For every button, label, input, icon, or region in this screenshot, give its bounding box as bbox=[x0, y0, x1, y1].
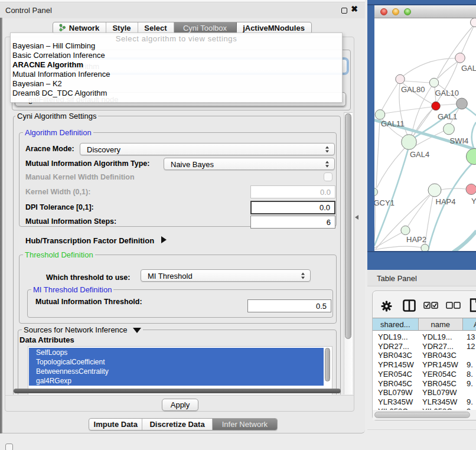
split-columns-icon[interactable] bbox=[403, 299, 416, 312]
table-row[interactable]: YDL19...YDL19...13 bbox=[373, 332, 476, 341]
zoom-traffic-light-icon[interactable] bbox=[404, 8, 412, 16]
status-bar-icon[interactable] bbox=[5, 444, 13, 450]
network-edge[interactable] bbox=[377, 148, 405, 188]
table-row[interactable]: YBL079WYBL079W bbox=[373, 387, 476, 397]
network-edge[interactable] bbox=[407, 195, 430, 227]
dpi-tolerance-input[interactable]: 0.0 bbox=[250, 201, 335, 214]
table-panel-titlebar[interactable]: Table Panel bbox=[367, 270, 476, 286]
network-node-ybr019c[interactable] bbox=[466, 184, 476, 195]
cell-name: YDL19... bbox=[422, 332, 452, 341]
network-node-gal4[interactable] bbox=[402, 135, 417, 150]
network-node-gal80[interactable] bbox=[396, 74, 405, 83]
tab-cyni-toolbox-label: Cyni Toolbox bbox=[183, 24, 227, 32]
settings-scrollpane: Cyni Algorithm Settings Algorithm Defini… bbox=[9, 112, 344, 394]
attribute-list-item[interactable]: TopologicalCoefficient bbox=[29, 357, 324, 367]
network-edge[interactable] bbox=[438, 61, 459, 79]
network-edge[interactable] bbox=[440, 104, 457, 105]
tab-network-label: Network bbox=[69, 24, 99, 32]
tab-discretize-data-label: Discretize Data bbox=[149, 420, 204, 429]
control-panel-titlebar[interactable]: Control Panel bbox=[0, 3, 365, 18]
network-node-gal1[interactable] bbox=[432, 102, 440, 110]
network-node-gcy1[interactable] bbox=[374, 188, 378, 196]
network-node[interactable] bbox=[466, 148, 476, 164]
data-attributes-list[interactable]: SelfLoopsTopologicalCoefficientBetweenne… bbox=[28, 346, 332, 394]
network-edge-highlighted[interactable] bbox=[428, 163, 472, 251]
cell-value: 9. bbox=[467, 360, 473, 369]
network-canvas[interactable]: GAL2GAL80GAL10GAL1GAL11SWI4GAL4GCY1HAP4Y… bbox=[374, 18, 476, 251]
network-edge[interactable] bbox=[402, 58, 460, 77]
table-row[interactable]: YER054CYER054C8. bbox=[373, 369, 476, 379]
control-panel-title: Control Panel bbox=[5, 6, 52, 15]
network-node-hap2[interactable] bbox=[401, 226, 410, 234]
table-row[interactable]: YBR043CYBR043C bbox=[373, 350, 476, 360]
network-edge-highlighted[interactable] bbox=[472, 122, 476, 149]
which-threshold-combo[interactable]: MI Threshold bbox=[141, 269, 311, 282]
float-window-icon[interactable] bbox=[341, 8, 347, 14]
table-horizontal-scrollbar-thumb[interactable] bbox=[374, 412, 470, 418]
network-node[interactable] bbox=[421, 244, 429, 251]
network-node-gal10[interactable] bbox=[429, 78, 438, 87]
network-edge[interactable] bbox=[374, 246, 422, 250]
attribute-list-item[interactable]: gal4RGexp bbox=[29, 376, 324, 386]
dropdown-item[interactable]: Basic Correlation Inference bbox=[12, 51, 340, 60]
dropdown-item[interactable]: Mutual Information Inference bbox=[12, 70, 340, 79]
apply-button[interactable]: Apply bbox=[162, 399, 198, 411]
network-edge-highlighted[interactable] bbox=[453, 231, 476, 251]
mi-type-combo[interactable]: Naive Bayes bbox=[164, 158, 335, 170]
network-edge[interactable] bbox=[404, 81, 430, 83]
dropdown-item[interactable]: ARACNE Algorithm bbox=[12, 60, 340, 70]
gear-icon[interactable] bbox=[381, 301, 392, 312]
network-node-swi4[interactable] bbox=[444, 123, 455, 135]
network-window-titlebar[interactable] bbox=[374, 5, 476, 18]
checked-boxes-icon[interactable] bbox=[423, 302, 438, 309]
attribute-list-item[interactable]: SelfLoops bbox=[29, 348, 324, 357]
settings-vertical-scrollbar-thumb[interactable] bbox=[345, 113, 351, 339]
document-icon[interactable] bbox=[470, 298, 476, 312]
cell-name: YLR345W bbox=[422, 397, 457, 406]
network-node[interactable] bbox=[457, 98, 468, 109]
network-edge[interactable] bbox=[376, 120, 380, 188]
attributes-list-scrollbar-thumb[interactable] bbox=[325, 348, 330, 381]
settings-horizontal-scrollbar-thumb[interactable] bbox=[14, 389, 341, 393]
network-edge[interactable] bbox=[382, 82, 399, 110]
tab-infer-network[interactable]: Infer Network bbox=[213, 419, 277, 430]
splitpane-collapse-arrow[interactable] bbox=[355, 215, 358, 220]
unchecked-boxes-icon[interactable] bbox=[446, 302, 461, 309]
table-row[interactable]: YLR345WYLR345W9. bbox=[373, 397, 476, 406]
aracne-mode-combo[interactable]: Discovery bbox=[80, 143, 335, 155]
sources-collapse-arrow-icon[interactable] bbox=[133, 328, 141, 333]
kernel-width-label: Kernel Width (0,1): bbox=[25, 188, 90, 196]
network-node-hap4[interactable] bbox=[428, 184, 441, 197]
combo-arrows-icon bbox=[325, 146, 330, 152]
network-edge[interactable] bbox=[461, 27, 474, 54]
manual-kernel-checkbox[interactable] bbox=[324, 172, 332, 181]
network-node[interactable] bbox=[471, 18, 476, 27]
hub-definition-label: Hub/Transcription Factor Definition bbox=[25, 236, 154, 245]
dpi-tolerance-label: DPI Tolerance [0,1]: bbox=[25, 203, 94, 211]
table-row[interactable]: YPR145WYPR145W9. bbox=[373, 360, 476, 369]
minimize-traffic-light-icon[interactable] bbox=[392, 8, 400, 16]
table-row[interactable]: YDR27...YDR27...12 bbox=[373, 341, 476, 351]
kernel-width-input[interactable]: 0.0 bbox=[250, 185, 335, 198]
attribute-list-item[interactable]: BetweennessCentrality bbox=[29, 367, 324, 376]
dropdown-item[interactable]: Bayesian – Hill Climbing bbox=[12, 41, 340, 51]
table-column-header[interactable]: AverageShortestPathLength bbox=[463, 318, 476, 330]
dropdown-item[interactable]: Dream8 DC_TDC Algorithm bbox=[12, 89, 340, 98]
mi-steps-label: Mutual Information Steps: bbox=[25, 217, 116, 226]
network-edge[interactable] bbox=[384, 107, 432, 113]
close-traffic-light-icon[interactable] bbox=[380, 8, 388, 16]
close-icon[interactable]: ✖ bbox=[350, 4, 358, 14]
table-column-header[interactable]: shared... bbox=[373, 318, 419, 330]
tab-discretize-data[interactable]: Discretize Data bbox=[142, 419, 212, 430]
table-column-header[interactable]: name bbox=[419, 318, 464, 330]
dropdown-item[interactable]: Bayesian – K2 bbox=[12, 79, 340, 89]
table-panel-title: Table Panel bbox=[377, 274, 417, 283]
mi-steps-input[interactable]: 6 bbox=[250, 216, 335, 229]
hub-expand-arrow-icon[interactable] bbox=[161, 236, 167, 243]
mi-threshold-input[interactable]: 0.5 bbox=[247, 299, 331, 312]
table-row[interactable]: YBR045CYBR045C9. bbox=[373, 379, 476, 388]
table-row[interactable]: YIL052CYIL052C9. bbox=[373, 406, 476, 410]
tab-impute-data[interactable]: Impute Data bbox=[89, 419, 142, 430]
network-node-gal11[interactable] bbox=[375, 110, 385, 120]
network-node-gal2[interactable] bbox=[455, 53, 465, 63]
